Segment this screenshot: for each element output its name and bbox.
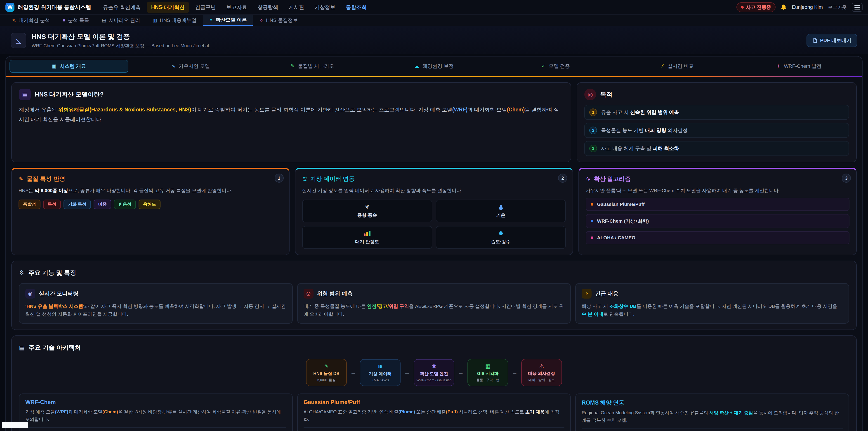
curve-icon: ∿ [586, 175, 591, 182]
gear-icon: ⚙ [19, 267, 24, 279]
architecture-header: ▤ 주요 기술 아키텍처 [19, 342, 849, 353]
subnav-label: HNS 물질정보 [266, 17, 298, 24]
algorithm-item: ALOHA / CAMEO [586, 231, 849, 244]
intro-paragraph: 해상에서 유출된 위험유해물질(Hazardous & Noxious Subs… [19, 105, 563, 124]
tab-substance-scenarios[interactable]: ✎ 물질별 시나리오 [253, 60, 372, 73]
purpose-panel: ◎ 목적 1 유출 사고 시 신속한 위험 범위 예측 2 독성물질 농도 기반… [577, 82, 857, 162]
flow-node-decision-making: ⚠ 대응 의사결정 대피 · 방제 · 경보 [521, 359, 562, 386]
incident-status-badge[interactable]: 사고 진행중 [737, 2, 776, 12]
card-title-row: ∿ 확산 알고리즘 [586, 175, 849, 183]
menu-hamburger-icon[interactable] [852, 3, 863, 12]
tab-label: 실시간 비교 [668, 63, 694, 70]
subnav-label: 확산모델 이론 [216, 17, 247, 23]
subnav-item-hns-substance-info[interactable]: ✧ HNS 물질정보 [254, 15, 304, 26]
logout-button[interactable]: 로그아웃 [828, 4, 847, 10]
intro-panel: ▤ HNS 대기확산 모델이란? 해상에서 유출된 위험유해물질(Hazardo… [11, 82, 571, 162]
target-icon: ◎ [304, 288, 313, 299]
weather-cell-label: 기온 [496, 212, 505, 218]
tab-model-validation[interactable]: ✓ 모델 검증 [496, 60, 615, 73]
tag-vaporization: 기화 특성 [64, 199, 91, 209]
tab-label: 가우시안 모델 [179, 63, 210, 70]
card-title: 기상 데이터 연동 [310, 175, 354, 183]
features-header: ⚙ 주요 기능 및 특징 [19, 267, 849, 279]
page-header: ◺ HNS 대기확산 모델 이론 및 검증 WRF-Chem·Gaussian … [0, 26, 868, 54]
tech-description: Regional Ocean Modeling System과 연동하여 해수면… [582, 409, 843, 424]
intro-title: HNS 대기확산 모델이란? [35, 90, 104, 98]
card-description: 실시간 기상 정보를 입력 데이터로 사용하여 확산 방향과 속도를 결정합니다… [302, 186, 566, 194]
diffusion-algorithm-card: 3 ∿ 확산 알고리즘 가우시안 플룸/퍼프 모델 또는 WRF-Chem 수치… [579, 168, 857, 255]
tech-title: ROMS 해양 연동 [582, 399, 843, 406]
bolt-icon: ⚡ [661, 63, 664, 69]
wind-icon: ❋ [365, 204, 369, 210]
subnav-item-diffusion-model-theory[interactable]: ✦ 확산모델 이론 [203, 15, 253, 26]
feature-emergency-response: ⚡ 긴급 대응 해상 사고 시 조화상수 DB를 이용한 빠른 예측 기술을 포… [575, 283, 849, 324]
pdf-export-button[interactable]: PDF 내보내기 [807, 34, 857, 47]
thermometer-icon [500, 205, 502, 209]
tab-wrf-chem-evolution[interactable]: ✈ WRF-Chem 발전 [740, 60, 859, 73]
feature-title-row: ◉ 실시간 모니터링 [25, 288, 286, 299]
feature-description: 'HNS 유출 블랙박스 시스템'과 같이 사고 즉시 확산 방향과 농도를 예… [25, 302, 286, 318]
nav-item-hns-air-diffusion[interactable]: HNS·대기확산 [147, 2, 189, 13]
features-grid: ◉ 실시간 모니터링 'HNS 유출 블랙박스 시스템'과 같이 사고 즉시 확… [19, 283, 849, 324]
bullet-icon [591, 220, 593, 222]
tab-realtime-comparison[interactable]: ⚡ 실시간 비교 [618, 60, 737, 73]
app-root: W 해양환경 위기대응 통합시스템 유출유 확산예측 HNS·대기확산 긴급구난… [0, 0, 868, 431]
pencil-icon: ✎ [324, 363, 329, 369]
subnav-item-scenario-management[interactable]: ▤ 시나리오 관리 [96, 15, 146, 26]
pencil-icon: ✎ [19, 175, 24, 182]
weather-cell-label: 습도·강수 [491, 239, 510, 245]
feature-title-row: ⚡ 긴급 대응 [582, 288, 843, 299]
nav-item-board[interactable]: 게시판 [284, 2, 309, 13]
flow-node-diffusion-engine: ✺ 확산 모델 엔진 WRF-Chem / Gaussian [414, 359, 454, 386]
notifications-bell-icon[interactable] [780, 4, 787, 10]
tech-specs: 계산시간: < 10초 / 정확도: ±10~40% [304, 427, 565, 431]
feature-title: 긴급 대응 [595, 290, 618, 297]
algorithm-item: Gaussian Plume/Puff [586, 198, 849, 211]
number-badge: 2 [589, 127, 597, 134]
feature-title: 실시간 모니터링 [39, 290, 79, 297]
nav-item-integrated-search[interactable]: 통합조회 [341, 2, 371, 13]
tab-gaussian-model[interactable]: ∿ 가우시안 모델 [131, 60, 250, 73]
brand[interactable]: W 해양환경 위기대응 통합시스템 [5, 3, 91, 12]
subnav-item-analysis-list[interactable]: ≡ 분석 목록 [57, 15, 95, 26]
features-title: 주요 기능 및 특징 [28, 269, 76, 277]
telescope-icon: ◉ [25, 288, 35, 299]
droplet-icon [498, 231, 503, 236]
arrow-right-icon: → [404, 369, 410, 376]
weather-grid: ❋ 풍향·풍속 기온 대기 안정도 습도· [302, 199, 566, 249]
section-tabs: ▣ 시스템 개요 ∿ 가우시안 모델 ✎ 물질별 시나리오 ☁ 해양환경 보정 … [6, 57, 862, 76]
purpose-item: 3 사고 대응 체계 구축 및 피해 최소화 [584, 141, 849, 156]
intro-row: ▤ HNS 대기확산 모델이란? 해상에서 유출된 위험유해물질(Hazardo… [11, 82, 857, 162]
nav-item-aerial-search[interactable]: 항공탐색 [253, 2, 283, 13]
cyclone-icon: ✺ [432, 363, 436, 370]
flow-node-gis-visualization: ▦ GIS 시각화 플룸 · 구역 · 맵 [467, 359, 508, 386]
subnav-item-air-diffusion-analysis[interactable]: ✎ 대기확산 분석 [6, 15, 56, 26]
card-title-row: ✎ 물질 특성 반영 [19, 175, 282, 183]
substance-tags: 증발성 독성 기화 특성 비중 반응성 용해도 [19, 199, 282, 209]
intro-text-part: 이 대기로 증발하여 퍼지는 농도를 물리·화학적 이론에 기반해 전산으로 모… [191, 107, 452, 113]
arrow-right-icon: → [512, 369, 518, 376]
substance-properties-card: 1 ✎ 물질 특성 반영 HNS는 약 6,000종 이상으로, 종류가 매우 … [11, 168, 289, 255]
flow-node-weather-data: ≋ 기상 데이터 KMA / AWS [360, 359, 401, 386]
nav-item-oil-spill-prediction[interactable]: 유출유 확산예측 [98, 2, 145, 13]
purpose-header: ◎ 목적 [584, 89, 849, 100]
navbar-right: 사고 진행중 Eunjeong Kim 로그아웃 [737, 2, 863, 12]
card-description: 가우시안 플룸/퍼프 모델 또는 WRF-Chem 수치 모델을 사용하여 대기… [586, 186, 849, 194]
subnav-item-response-manual[interactable]: ▥ HNS 대응매뉴얼 [147, 15, 202, 26]
nav-item-emergency-rescue[interactable]: 긴급구난 [191, 2, 220, 13]
tab-system-overview[interactable]: ▣ 시스템 개요 [9, 60, 128, 73]
wrf-highlight: (WRF) [452, 107, 468, 113]
theory-cards-row: 1 ✎ 물질 특성 반영 HNS는 약 6,000종 이상으로, 종류가 매우 … [11, 168, 857, 255]
features-panel: ⚙ 주요 기능 및 특징 ◉ 실시간 모니터링 'HNS 유출 블랙박스 시스템… [11, 260, 857, 330]
subnav-label: 대기확산 분석 [19, 17, 50, 24]
tech-wrf-chem: WRF-Chem 기상 예측 모델(WRF)과 대기화학 모델(Chem)을 결… [19, 394, 293, 431]
feature-title-row: ◎ 위험 범위 예측 [304, 288, 565, 299]
chem-highlight: (Chem) [507, 107, 525, 113]
step-badge: 3 [842, 174, 851, 183]
nav-item-reports[interactable]: 보고자료 [222, 2, 252, 13]
incident-label: 사고 진행중 [746, 4, 771, 10]
nav-item-weather-info[interactable]: 기상정보 [310, 2, 340, 13]
sub-navbar: ✎ 대기확산 분석 ≡ 분석 목록 ▤ 시나리오 관리 ▥ HNS 대응매뉴얼 … [0, 15, 868, 26]
tab-marine-correction[interactable]: ☁ 해양환경 보정 [375, 60, 493, 73]
brand-logo-icon: W [5, 3, 14, 12]
